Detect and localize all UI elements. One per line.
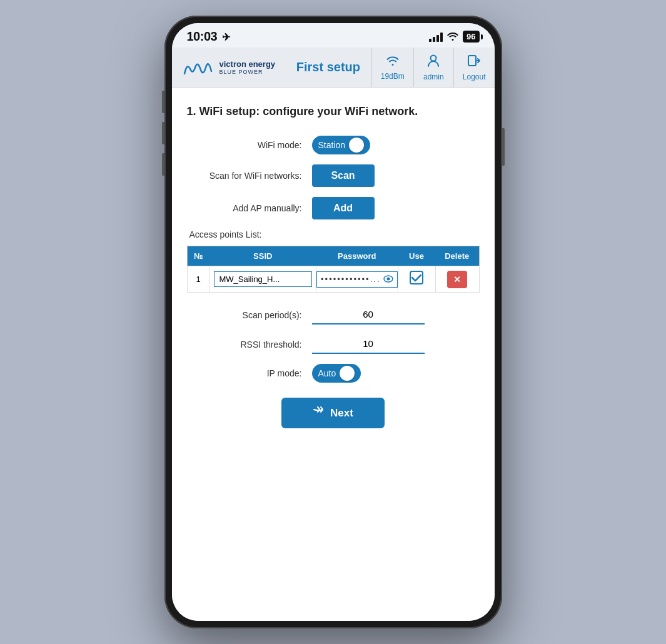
logout-icon <box>467 54 481 71</box>
wifi-icon <box>447 31 459 43</box>
next-btn-container: Next <box>187 398 480 428</box>
svg-rect-1 <box>468 56 476 66</box>
ip-toggle-circle <box>340 366 355 381</box>
status-bar: 10:03 ✈ 96 <box>172 23 495 48</box>
page-title: First setup <box>296 60 360 74</box>
nav-actions: 19dBm admin <box>371 48 495 87</box>
user-label: admin <box>423 73 444 81</box>
scan-networks-row: Scan for WiFi networks: Scan <box>187 164 480 187</box>
ap-table: № SSID Password Use Delete 1 <box>187 246 480 293</box>
signal-strength-nav[interactable]: 19dBm <box>371 48 413 87</box>
ip-mode-label: IP mode: <box>187 368 312 378</box>
battery-icon: 96 <box>463 31 479 43</box>
col-delete: Delete <box>435 246 479 266</box>
col-num: № <box>187 246 209 266</box>
wifi-mode-toggle-label: Station <box>318 140 346 150</box>
ip-mode-toggle[interactable]: Auto <box>312 364 361 383</box>
logout-nav[interactable]: Logout <box>453 48 495 87</box>
status-icons: 96 <box>429 31 479 43</box>
cell-use[interactable] <box>398 266 435 293</box>
main-content: 1. WiFi setup: configure your WiFi netwo… <box>172 88 495 621</box>
nav-bar: victron energy BLUE POWER First setup <box>172 48 495 88</box>
cell-ssid[interactable] <box>209 266 316 293</box>
table-header-row: № SSID Password Use Delete <box>187 246 479 266</box>
add-ap-button[interactable]: Add <box>312 197 375 219</box>
ap-table-section: Access points List: № SSID Password Use … <box>187 229 480 293</box>
next-button[interactable]: Next <box>281 398 385 428</box>
delete-button[interactable]: ✕ <box>447 271 467 288</box>
nav-logo: victron energy BLUE POWER <box>172 48 286 87</box>
ap-list-label: Access points List: <box>187 229 480 239</box>
logout-label: Logout <box>463 73 486 81</box>
ip-mode-row: IP mode: Auto <box>187 364 480 383</box>
ip-mode-toggle-label: Auto <box>318 368 336 378</box>
eye-icon[interactable] <box>383 274 393 284</box>
wifi-mode-row: WiFi mode: Station <box>187 136 480 154</box>
col-password: Password <box>316 246 398 266</box>
password-dots: ••••••••••••... <box>321 274 380 284</box>
victron-logo-icon <box>182 56 214 79</box>
add-ap-row: Add AP manually: Add <box>187 197 480 219</box>
wifi-mode-toggle[interactable]: Station <box>312 136 371 154</box>
svg-point-3 <box>386 277 390 280</box>
svg-point-0 <box>431 55 436 61</box>
scan-period-label: Scan period(s): <box>187 310 312 320</box>
next-label: Next <box>330 407 353 420</box>
user-icon <box>426 54 440 71</box>
signal-strength-label: 19dBm <box>381 72 405 81</box>
col-use: Use <box>398 246 435 266</box>
use-checkbox[interactable] <box>409 274 424 288</box>
cell-delete[interactable]: ✕ <box>435 266 479 293</box>
cell-password: ••••••••••••... <box>316 266 398 293</box>
page-heading: 1. WiFi setup: configure your WiFi netwo… <box>187 105 480 118</box>
scan-networks-label: Scan for WiFi networks: <box>187 171 312 181</box>
ssid-input[interactable] <box>214 271 313 287</box>
password-cell: ••••••••••••... <box>316 271 397 288</box>
wifi-mode-label: WiFi mode: <box>187 140 312 150</box>
rssi-row: RSSI threshold: <box>187 335 480 354</box>
scan-period-input[interactable] <box>312 305 425 325</box>
nav-logo-text: victron energy BLUE POWER <box>219 59 276 76</box>
status-time: 10:03 ✈ <box>187 29 230 44</box>
signal-bars-icon <box>429 32 443 42</box>
scan-period-row: Scan period(s): <box>187 305 480 325</box>
toggle-circle <box>349 138 364 153</box>
nav-center: First setup <box>285 48 371 87</box>
table-row: 1 ••••••••••••... <box>187 266 479 293</box>
rssi-label: RSSI threshold: <box>187 340 312 350</box>
rssi-input[interactable] <box>312 335 425 354</box>
delete-x-icon: ✕ <box>453 274 461 284</box>
next-icon <box>313 406 325 420</box>
cell-num: 1 <box>187 266 209 293</box>
col-ssid: SSID <box>209 246 316 266</box>
scan-button[interactable]: Scan <box>312 164 375 187</box>
add-ap-label: Add AP manually: <box>187 203 312 213</box>
wifi-signal-icon <box>385 54 400 71</box>
user-nav[interactable]: admin <box>413 48 453 87</box>
